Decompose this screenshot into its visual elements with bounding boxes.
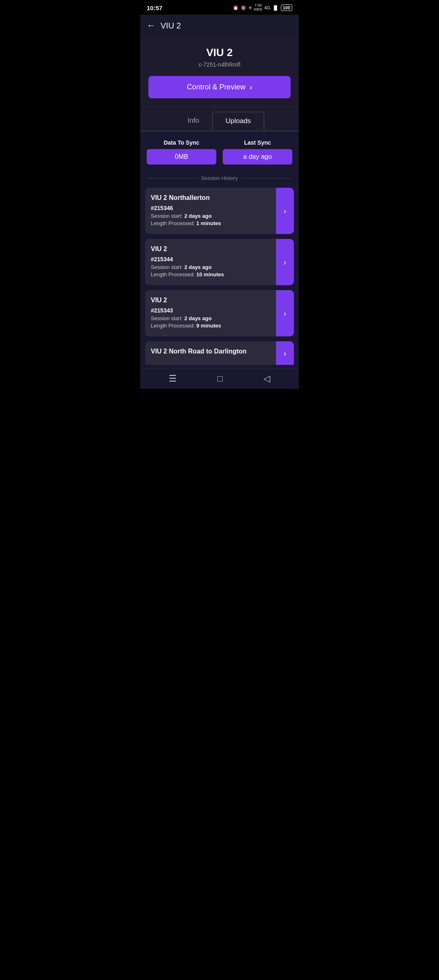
- session-card-content: VIU 2 North Road to Darlington: [145, 341, 276, 365]
- divider-line-left: [148, 178, 198, 178]
- session-arrow: ›: [276, 290, 294, 336]
- divider-line-right: [241, 178, 291, 178]
- app-bar: ← VIU 2: [140, 15, 299, 37]
- session-start: Session start: 2 days ago: [151, 213, 270, 219]
- bluetooth-icon: ✳: [248, 5, 252, 11]
- last-sync-label: Last Sync: [223, 139, 292, 146]
- nav-menu-icon[interactable]: ☰: [169, 373, 177, 384]
- nav-bar: ☰ □ ◁: [140, 368, 299, 389]
- nav-back-icon[interactable]: ◁: [263, 373, 270, 384]
- sync-info: Data To Sync 0MB Last Sync a day ago: [140, 131, 299, 169]
- session-id: #215346: [151, 205, 270, 211]
- content-area: Data To Sync 0MB Last Sync a day ago Ses…: [140, 131, 299, 368]
- mute-icon: 🔇: [241, 5, 246, 11]
- last-sync-value: a day ago: [223, 149, 292, 165]
- session-id: #215344: [151, 256, 270, 262]
- back-button[interactable]: ←: [147, 20, 156, 31]
- session-start: Session start: 2 days ago: [151, 315, 270, 321]
- device-id: c-7251-n4lhRmfl: [148, 61, 291, 68]
- session-card[interactable]: VIU 2 #215344 Session start: 2 days ago …: [145, 239, 294, 285]
- session-arrow: ›: [276, 188, 294, 234]
- control-preview-label: Control & Preview: [187, 83, 246, 91]
- nav-home-icon[interactable]: □: [217, 373, 223, 384]
- session-start: Session start: 2 days ago: [151, 264, 270, 270]
- session-id: #215343: [151, 307, 270, 314]
- alarm-icon: ⏰: [233, 5, 239, 11]
- status-time: 10:57: [147, 4, 162, 11]
- session-name: VIU 2 North Road to Darlington: [151, 348, 270, 355]
- session-card-content: VIU 2 #215344 Session start: 2 days ago …: [145, 239, 276, 285]
- session-length: Length Processed: 10 minutes: [151, 271, 270, 278]
- session-card[interactable]: VIU 2 #215343 Session start: 2 days ago …: [145, 290, 294, 336]
- header-section: VIU 2 c-7251-n4lhRmfl Control & Preview …: [140, 37, 299, 106]
- session-history-divider: Session History: [140, 169, 299, 184]
- signal-icon: ▐▌: [272, 5, 279, 10]
- session-card[interactable]: VIU 2 Northallerton #215346 Session star…: [145, 188, 294, 234]
- tab-info[interactable]: Info: [175, 112, 212, 131]
- session-card-partial[interactable]: VIU 2 North Road to Darlington ›: [145, 341, 294, 365]
- session-name: VIU 2: [151, 245, 270, 253]
- session-card-content: VIU 2 #215343 Session start: 2 days ago …: [145, 290, 276, 336]
- last-sync-col: Last Sync a day ago: [223, 139, 292, 165]
- session-history-label: Session History: [201, 175, 238, 181]
- control-preview-button[interactable]: Control & Preview ›: [148, 76, 291, 98]
- device-title: VIU 2: [148, 46, 291, 59]
- network-icon: 4G: [264, 5, 270, 10]
- battery-indicator: 100: [281, 4, 292, 11]
- data-to-sync-value: 0MB: [147, 149, 216, 165]
- tab-uploads[interactable]: Uploads: [212, 112, 264, 131]
- sessions-list: VIU 2 Northallerton #215346 Session star…: [140, 184, 299, 368]
- data-to-sync-col: Data To Sync 0MB: [147, 139, 216, 165]
- tabs-container: Info Uploads: [140, 112, 299, 131]
- session-card-content: VIU 2 Northallerton #215346 Session star…: [145, 188, 276, 234]
- session-length: Length Processed: 1 minutes: [151, 220, 270, 226]
- session-arrow: ›: [276, 341, 294, 365]
- tabs-section: Info Uploads: [140, 106, 299, 131]
- data-to-sync-label: Data To Sync: [147, 139, 216, 146]
- status-icons: ⏰ 🔇 ✳ 7.00KB/S 4G ▐▌ 100: [233, 4, 292, 12]
- session-arrow: ›: [276, 239, 294, 285]
- status-bar: 10:57 ⏰ 🔇 ✳ 7.00KB/S 4G ▐▌ 100: [140, 0, 299, 15]
- data-speed: 7.00KB/S: [254, 4, 263, 12]
- session-name: VIU 2 Northallerton: [151, 194, 270, 202]
- app-bar-title: VIU 2: [161, 21, 181, 30]
- session-name: VIU 2: [151, 297, 270, 304]
- session-length: Length Processed: 9 minutes: [151, 323, 270, 329]
- control-preview-arrow: ›: [250, 82, 252, 92]
